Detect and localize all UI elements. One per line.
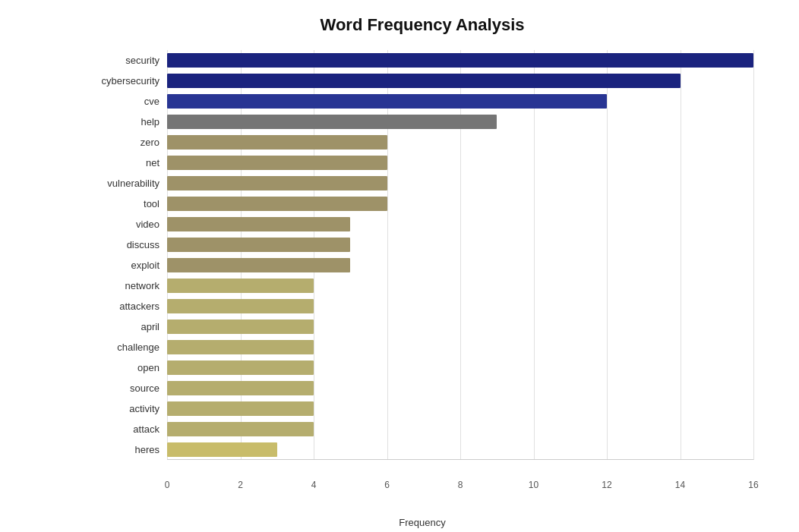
bar-row: heres: [91, 439, 753, 460]
bar-row: zero: [91, 132, 753, 153]
x-tick: 12: [602, 480, 611, 490]
bar-fill: [167, 299, 314, 313]
bar-fill: [167, 238, 350, 252]
bar-track: [167, 217, 753, 231]
bar-label: video: [91, 219, 167, 230]
bar-row: net: [91, 153, 753, 173]
bar-fill: [167, 279, 314, 293]
bar-fill: [167, 422, 314, 436]
bar-track: [167, 401, 753, 416]
bar-label: help: [91, 116, 167, 127]
bar-fill: [167, 53, 753, 68]
bar-track: [167, 381, 753, 395]
x-tick: 0: [165, 480, 170, 490]
bar-row: help: [91, 112, 753, 132]
bar-label: network: [91, 280, 167, 291]
bar-track: [167, 238, 753, 252]
x-tick: 14: [675, 480, 685, 490]
bar-label: activity: [91, 403, 167, 414]
bar-row: cybersecurity: [91, 71, 753, 91]
bar-row: april: [91, 316, 753, 337]
bar-label: cybersecurity: [91, 75, 167, 87]
bar-fill: [167, 176, 387, 190]
x-axis-label: Frequency: [399, 517, 445, 528]
bar-label: source: [91, 382, 167, 394]
bar-row: vulnerability: [91, 173, 753, 194]
bar-row: network: [91, 275, 753, 296]
bars-wrapper: securitycybersecuritycvehelpzeronetvulne…: [91, 50, 753, 460]
x-tick: 6: [384, 480, 390, 490]
bar-fill: [167, 197, 387, 211]
bar-fill: [167, 74, 681, 88]
bar-track: [167, 258, 753, 272]
bar-row: exploit: [91, 255, 753, 275]
bar-row: cve: [91, 91, 753, 112]
bar-row: attackers: [91, 296, 753, 316]
bar-fill: [167, 135, 387, 150]
grid-line: [753, 50, 754, 460]
chart-area: securitycybersecuritycvehelpzeronetvulne…: [91, 50, 753, 490]
bar-track: [167, 53, 753, 68]
bar-track: [167, 360, 753, 375]
bar-track: [167, 197, 753, 211]
bar-fill: [167, 94, 607, 109]
bar-label: attack: [91, 423, 167, 435]
bar-label: attackers: [91, 301, 167, 312]
chart-title: Word Frequency Analysis: [91, 15, 753, 35]
bar-row: video: [91, 214, 753, 235]
bar-fill: [167, 258, 350, 272]
bar-label: discuss: [91, 239, 167, 250]
bar-track: [167, 115, 753, 129]
bar-track: [167, 94, 753, 109]
bar-row: tool: [91, 194, 753, 214]
bar-fill: [167, 156, 387, 170]
bar-fill: [167, 401, 314, 416]
x-tick: 2: [238, 480, 243, 490]
bar-label: open: [91, 362, 167, 373]
bar-row: source: [91, 378, 753, 398]
bar-row: open: [91, 357, 753, 378]
bar-label: april: [91, 321, 167, 332]
bar-fill: [167, 340, 314, 354]
bar-track: [167, 156, 753, 170]
bar-row: discuss: [91, 235, 753, 255]
bar-label: exploit: [91, 260, 167, 271]
bar-row: challenge: [91, 337, 753, 357]
bar-track: [167, 442, 753, 457]
bar-row: activity: [91, 398, 753, 419]
bar-label: vulnerability: [91, 178, 167, 189]
bar-label: net: [91, 157, 167, 168]
bar-label: challenge: [91, 342, 167, 353]
chart-container: Word Frequency Analysis securitycybersec…: [0, 0, 799, 532]
bar-fill: [167, 360, 314, 375]
bar-track: [167, 279, 753, 293]
axis-line: [167, 459, 753, 460]
bar-track: [167, 299, 753, 313]
bar-fill: [167, 320, 314, 334]
bar-label: security: [91, 55, 167, 66]
bar-track: [167, 340, 753, 354]
bar-track: [167, 176, 753, 190]
x-tick: 4: [311, 480, 317, 490]
bar-label: zero: [91, 137, 167, 148]
bar-fill: [167, 217, 350, 231]
bar-track: [167, 422, 753, 436]
bar-fill: [167, 381, 314, 395]
bar-label: cve: [91, 96, 167, 107]
x-tick: 8: [458, 480, 463, 490]
bar-track: [167, 74, 753, 88]
bar-fill: [167, 115, 497, 129]
bar-label: heres: [91, 444, 167, 455]
x-tick: 10: [529, 480, 538, 490]
bar-row: security: [91, 50, 753, 71]
bar-fill: [167, 442, 277, 457]
bar-row: attack: [91, 419, 753, 439]
bar-track: [167, 135, 753, 150]
x-tick: 16: [748, 480, 758, 490]
bar-track: [167, 320, 753, 334]
bar-label: tool: [91, 198, 167, 209]
